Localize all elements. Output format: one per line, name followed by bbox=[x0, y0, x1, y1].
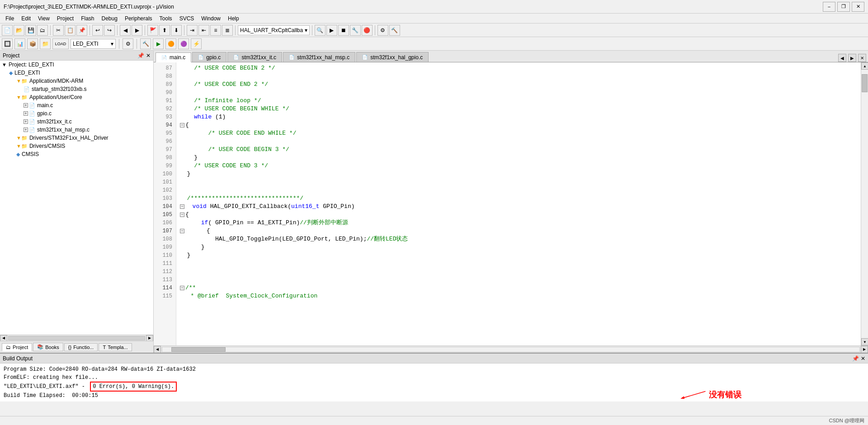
target-btn1[interactable]: 🔲 bbox=[2, 38, 13, 49]
debug-btn3[interactable]: 🔴 bbox=[362, 25, 373, 36]
tab-project[interactable]: 🗂 Project bbox=[2, 343, 32, 351]
tree-expand-msp[interactable]: + bbox=[24, 128, 28, 132]
tree-item-it-c[interactable]: + 📄 stm32f1xx_it.c bbox=[0, 118, 153, 126]
menu-debug[interactable]: Debug bbox=[98, 14, 121, 23]
target-btn3[interactable]: 📦 bbox=[27, 38, 38, 49]
menu-project[interactable]: Project bbox=[53, 14, 77, 23]
close-button[interactable]: ✕ bbox=[852, 2, 864, 12]
prev-bookmark-button[interactable]: ⬆ bbox=[159, 25, 170, 36]
hscroll-track[interactable] bbox=[162, 347, 860, 352]
redo-button[interactable]: ↪ bbox=[104, 25, 115, 36]
tab-scroll-left[interactable]: ◀ bbox=[838, 54, 846, 62]
tree-item-led-exti[interactable]: ◆ LED_EXTI bbox=[0, 69, 153, 77]
tree-item-gpio-c[interactable]: + 📄 gpio.c bbox=[0, 109, 153, 118]
target-btn4[interactable]: 📁 bbox=[40, 38, 51, 49]
tree-item-msp-c[interactable]: + 📄 stm32f1xx_hal_msp.c bbox=[0, 126, 153, 134]
scroll-track[interactable] bbox=[861, 70, 868, 338]
editor-vscrollbar[interactable]: ▲ ▼ bbox=[861, 62, 868, 345]
callback-dropdown[interactable]: HAL_UART_RxCpltCallba ▾ bbox=[238, 25, 310, 35]
tab-books[interactable]: 📚 Books bbox=[33, 343, 63, 351]
tree-expand-it[interactable]: + bbox=[24, 119, 28, 124]
build-btn4[interactable]: 🟣 bbox=[178, 38, 189, 49]
settings-button[interactable]: ⚙ bbox=[377, 25, 388, 36]
tree-item-main-c[interactable]: + 📄 main.c bbox=[0, 101, 153, 109]
build-btn2[interactable]: ▶ bbox=[153, 38, 164, 49]
build-btn1[interactable]: 🔨 bbox=[140, 38, 151, 49]
tree-item-startup[interactable]: 📄 startup_stm32f103xb.s bbox=[0, 85, 153, 93]
tree-item-mdk-arm[interactable]: ▼📁 Application/MDK-ARM bbox=[0, 77, 153, 85]
scroll-up-btn[interactable]: ▲ bbox=[861, 62, 868, 70]
tree-expand-main[interactable]: + bbox=[24, 103, 28, 108]
tab-close[interactable]: ✕ bbox=[858, 54, 866, 62]
project-hscrollbar[interactable] bbox=[8, 336, 145, 340]
paste-button[interactable]: 📌 bbox=[76, 25, 87, 36]
nav-back-button[interactable]: ◀ bbox=[120, 25, 131, 36]
stop-button[interactable]: ⏹ bbox=[338, 25, 349, 36]
tab-templates[interactable]: T Templa... bbox=[99, 343, 132, 351]
cut-button[interactable]: ✂ bbox=[53, 25, 64, 36]
collapse-105[interactable]: − bbox=[180, 212, 184, 217]
run-button[interactable]: ▶ bbox=[326, 25, 337, 36]
menu-window[interactable]: Window bbox=[198, 14, 224, 23]
hscroll-thumb[interactable] bbox=[171, 347, 226, 352]
editor-tab-msp-c[interactable]: 📄 stm32f1xx_hal_msp.c bbox=[283, 52, 355, 62]
collapse-94[interactable]: − bbox=[180, 123, 184, 128]
editor-tab-main-c[interactable]: 📄 main.c bbox=[156, 52, 191, 62]
build-close-icon[interactable]: ✕ bbox=[861, 355, 865, 362]
bookmark-button[interactable]: 🚩 bbox=[147, 25, 158, 36]
hscroll-left-btn[interactable]: ◀ bbox=[154, 346, 161, 353]
build-pin-icon[interactable]: 📌 bbox=[852, 355, 859, 362]
build-btn3[interactable]: 🟠 bbox=[165, 38, 176, 49]
unindent-button[interactable]: ⇤ bbox=[198, 25, 209, 36]
scroll-left-btn[interactable]: ◀ bbox=[0, 335, 7, 341]
target-btn2[interactable]: 📊 bbox=[14, 38, 25, 49]
scroll-thumb[interactable] bbox=[862, 74, 868, 92]
save-button[interactable]: 💾 bbox=[25, 25, 36, 36]
scroll-down-btn[interactable]: ▼ bbox=[861, 338, 868, 345]
tree-item-hal-driver[interactable]: ▼📁 Drivers/STM32F1xx_HAL_Driver bbox=[0, 134, 153, 142]
menu-tools[interactable]: Tools bbox=[156, 14, 176, 23]
tree-item-cmsis[interactable]: ◆ CMSIS bbox=[0, 150, 153, 158]
collapse-104[interactable]: − bbox=[180, 204, 184, 209]
format-button[interactable]: ≡ bbox=[210, 25, 221, 36]
copy-button[interactable]: 📋 bbox=[65, 25, 75, 36]
new-file-button[interactable]: 📄 bbox=[2, 25, 13, 36]
code-content[interactable]: /* USER CODE BEGIN 2 */ /* USER CODE END… bbox=[176, 62, 861, 345]
project-close-icon[interactable]: ✕ bbox=[146, 52, 151, 59]
indent-button[interactable]: ⇥ bbox=[187, 25, 198, 36]
scroll-right-btn[interactable]: ▶ bbox=[146, 335, 153, 341]
project-pin-icon[interactable]: 📌 bbox=[137, 52, 144, 59]
tree-expand-gpio[interactable]: + bbox=[24, 111, 28, 116]
tree-item-user-core[interactable]: ▼📁 Application/User/Core bbox=[0, 93, 153, 101]
editor-tab-gpio-hal[interactable]: 📄 stm32f1xx_hal_gpio.c bbox=[356, 52, 429, 62]
menu-edit[interactable]: Edit bbox=[18, 14, 34, 23]
debug-btn2[interactable]: 🔧 bbox=[350, 25, 361, 36]
next-bookmark-button[interactable]: ⬇ bbox=[171, 25, 182, 36]
nav-fwd-button[interactable]: ▶ bbox=[132, 25, 142, 36]
tree-item-cmsis-folder[interactable]: ▼📁 Drivers/CMSIS bbox=[0, 142, 153, 150]
maximize-button[interactable]: ❐ bbox=[837, 2, 850, 12]
tab-functions[interactable]: {} Functio... bbox=[64, 343, 98, 351]
search-button[interactable]: 🔍 bbox=[315, 25, 326, 36]
tree-item-project[interactable]: ▼ Project: LED_EXTI bbox=[0, 61, 153, 69]
target-options-btn[interactable]: ⚙ bbox=[123, 38, 133, 49]
hscroll-right-btn[interactable]: ▶ bbox=[861, 346, 868, 353]
collapse-114[interactable]: − bbox=[180, 286, 184, 290]
menu-help[interactable]: Help bbox=[224, 14, 243, 23]
open-button[interactable]: 📂 bbox=[14, 25, 24, 36]
undo-button[interactable]: ↩ bbox=[92, 25, 103, 36]
format2-button[interactable]: ≣ bbox=[222, 25, 233, 36]
save-all-button[interactable]: 🗂 bbox=[37, 25, 48, 36]
menu-view[interactable]: View bbox=[34, 14, 53, 23]
tab-scroll-right[interactable]: ▶ bbox=[848, 54, 856, 62]
editor-tab-it-c[interactable]: 📄 stm32f1xx_it.c bbox=[227, 52, 282, 62]
load-btn[interactable]: LOAD bbox=[52, 38, 69, 49]
menu-file[interactable]: File bbox=[2, 14, 18, 23]
target-dropdown[interactable]: LED_EXTI ▾ bbox=[71, 39, 116, 49]
build-btn5[interactable]: ⚡ bbox=[191, 38, 202, 49]
menu-peripherals[interactable]: Peripherals bbox=[121, 14, 156, 23]
minimize-button[interactable]: − bbox=[823, 2, 835, 12]
menu-svcs[interactable]: SVCS bbox=[176, 14, 198, 23]
editor-tab-gpio-c[interactable]: 📄 gpio.c bbox=[192, 52, 226, 62]
wrench-button[interactable]: 🔨 bbox=[389, 25, 400, 36]
